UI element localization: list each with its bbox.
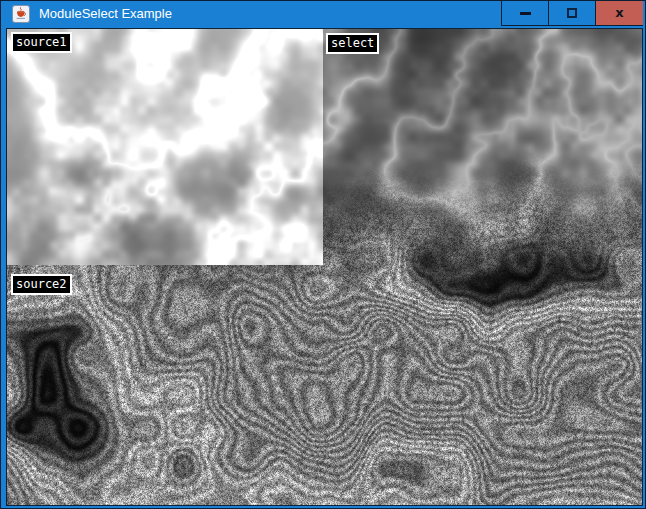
minimize-icon <box>520 12 531 15</box>
minimize-button[interactable] <box>501 1 548 26</box>
noise-render-area: source1 select source2 <box>6 28 643 506</box>
window-title: ModuleSelect Example <box>39 6 172 21</box>
titlebar[interactable]: ModuleSelect Example x <box>1 1 645 27</box>
maximize-icon <box>567 8 577 18</box>
close-button[interactable]: x <box>595 1 643 26</box>
label-select: select <box>326 33 379 54</box>
label-source2: source2 <box>11 274 72 295</box>
maximize-button[interactable] <box>548 1 595 26</box>
java-coffee-cup-icon <box>12 5 30 23</box>
window-controls: x <box>501 1 643 26</box>
app-window: ModuleSelect Example x source1 select so… <box>0 0 646 509</box>
close-icon: x <box>615 6 623 19</box>
label-source1: source1 <box>11 32 72 53</box>
noise-render-canvas <box>7 29 642 505</box>
